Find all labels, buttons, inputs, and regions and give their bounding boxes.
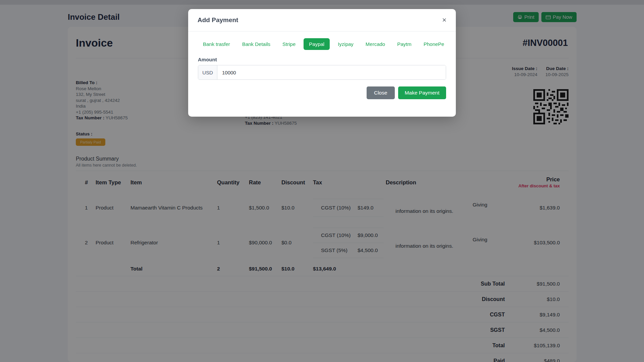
modal-header: Add Payment ×: [188, 9, 456, 32]
tab-bank-transfer[interactable]: Bank trasfer: [199, 39, 234, 50]
amount-input-group: USD: [198, 65, 446, 80]
amount-label: Amount: [198, 57, 446, 62]
tab-phonepe[interactable]: PhonePe: [420, 39, 448, 50]
tab-paytm[interactable]: Paytm: [393, 39, 416, 50]
add-payment-modal: Add Payment × Bank trasfer Bank Details …: [188, 9, 456, 117]
tab-iyzipay[interactable]: Iyzipay: [334, 39, 358, 50]
tab-stripe[interactable]: Stripe: [278, 39, 300, 50]
tab-paypal[interactable]: Paypal: [304, 38, 330, 50]
tab-mercado[interactable]: Mercado: [362, 39, 389, 50]
close-button[interactable]: Close: [367, 86, 395, 99]
close-icon[interactable]: ×: [442, 16, 446, 24]
modal-title: Add Payment: [198, 16, 238, 24]
modal-footer: Close Make Payment: [188, 80, 456, 117]
tab-bank-details[interactable]: Bank Details: [238, 39, 274, 50]
payment-method-tabs: Bank trasfer Bank Details Stripe Paypal …: [188, 32, 456, 50]
make-payment-button[interactable]: Make Payment: [398, 86, 446, 99]
amount-input[interactable]: [217, 65, 446, 79]
currency-prefix: USD: [198, 65, 217, 79]
modal-body: Amount USD: [188, 50, 456, 80]
